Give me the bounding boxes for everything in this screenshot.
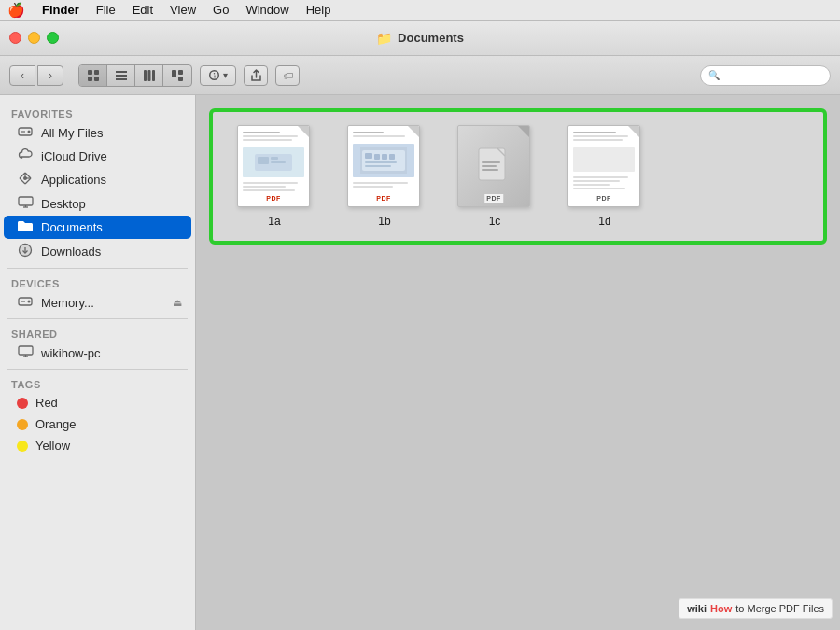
sidebar-item-label: Downloads: [41, 245, 101, 259]
sidebar-item-label: Yellow: [35, 439, 70, 453]
sidebar-item-label: Memory...: [41, 296, 94, 310]
folder-icon: 📁: [376, 31, 392, 46]
maximize-button[interactable]: [47, 32, 59, 44]
window-menu[interactable]: Window: [245, 3, 288, 17]
file-thumbnail-1b: PDF: [347, 125, 422, 209]
apple-menu[interactable]: 🍎: [7, 2, 25, 19]
folder-sidebar-icon: [17, 219, 34, 235]
svg-rect-9: [152, 70, 155, 81]
pdf-label-1c: PDF: [484, 194, 503, 203]
action-button[interactable]: ▾: [200, 65, 236, 86]
divider-devices: [7, 268, 188, 269]
title-bar: 📁 Documents: [0, 21, 840, 56]
help-menu[interactable]: Help: [306, 3, 331, 17]
view-menu[interactable]: View: [170, 3, 196, 17]
tags-label: Tags: [0, 373, 195, 392]
sidebar-item-yellow[interactable]: Yellow: [4, 435, 191, 456]
finder-window: 📁 Documents ‹ ›: [0, 21, 840, 630]
main-content: Favorites All My Files iCloud: [0, 95, 840, 630]
svg-rect-8: [147, 70, 150, 81]
menu-bar: 🍎 Finder File Edit View Go Window Help: [0, 0, 840, 21]
orange-tag-dot: [17, 419, 28, 430]
file-item-1a[interactable]: PDF 1a: [228, 125, 321, 228]
search-box[interactable]: 🔍: [700, 65, 831, 86]
back-button[interactable]: ‹: [9, 65, 35, 86]
forward-button[interactable]: ›: [37, 65, 63, 86]
devices-label: Devices: [0, 273, 195, 291]
divider-shared: [7, 318, 188, 319]
cloud-icon: [17, 148, 34, 163]
svg-rect-5: [116, 75, 127, 77]
sidebar-item-memory[interactable]: Memory... ⏏: [4, 291, 191, 315]
download-icon: [17, 243, 34, 260]
file-thumbnail-1d: PDF: [567, 125, 642, 209]
svg-rect-2: [88, 77, 92, 81]
monitor-shared-icon: [17, 345, 34, 361]
nav-buttons: ‹ ›: [9, 65, 63, 86]
sidebar-item-wikihow-pc[interactable]: wikihow-pc: [4, 342, 191, 365]
sidebar-item-label: Documents: [41, 220, 103, 234]
sidebar-item-label: iCloud Drive: [41, 149, 107, 163]
cover-flow-button[interactable]: [163, 65, 191, 86]
sidebar-item-orange[interactable]: Orange: [4, 413, 191, 435]
file-name-1c: 1c: [489, 215, 501, 228]
hdd-icon: [17, 125, 34, 141]
file-thumbnail-1a: PDF: [237, 125, 312, 209]
eject-icon[interactable]: ⏏: [173, 297, 182, 309]
file-item-1c[interactable]: PDF 1c: [448, 125, 541, 228]
column-view-button[interactable]: [135, 65, 163, 86]
svg-point-31: [28, 301, 31, 303]
search-icon: 🔍: [708, 70, 720, 80]
toolbar: ‹ ›: [0, 56, 840, 95]
go-menu[interactable]: Go: [213, 3, 229, 17]
tag-button[interactable]: 🏷: [275, 65, 300, 86]
close-button[interactable]: [9, 32, 21, 44]
svg-rect-43: [382, 154, 387, 160]
svg-rect-38: [271, 161, 286, 163]
svg-rect-6: [116, 78, 127, 80]
sidebar-item-downloads[interactable]: Downloads: [4, 239, 191, 264]
divider-tags: [7, 369, 188, 370]
window-title: 📁 Documents: [376, 31, 464, 46]
sidebar-item-applications[interactable]: Applications: [4, 167, 191, 192]
sidebar-item-desktop[interactable]: Desktop: [4, 192, 191, 216]
svg-rect-49: [482, 165, 497, 167]
edit-menu[interactable]: Edit: [133, 3, 153, 17]
yellow-tag-dot: [17, 441, 28, 452]
share-button[interactable]: [244, 65, 268, 86]
svg-rect-11: [178, 70, 183, 75]
sidebar-item-icloud-drive[interactable]: iCloud Drive: [4, 145, 191, 167]
finder-menu[interactable]: Finder: [42, 3, 79, 17]
green-selection-container: PDF 1a: [209, 108, 827, 245]
svg-point-22: [23, 176, 27, 180]
favorites-label: Favorites: [0, 103, 195, 121]
sidebar-item-label: Orange: [35, 417, 76, 431]
minimize-button[interactable]: [28, 32, 40, 44]
svg-rect-44: [389, 154, 395, 160]
window-title-text: Documents: [398, 31, 464, 45]
sidebar-item-label: Desktop: [41, 197, 86, 211]
file-menu[interactable]: File: [96, 3, 116, 17]
svg-point-15: [28, 131, 31, 133]
svg-rect-7: [144, 70, 147, 81]
hdd-device-icon: [17, 295, 34, 311]
svg-rect-32: [19, 346, 33, 355]
svg-rect-48: [482, 161, 500, 163]
sidebar-item-label: wikihow-pc: [41, 346, 101, 360]
wikihow-how: How: [710, 603, 732, 614]
sidebar-item-all-my-files[interactable]: All My Files: [4, 121, 191, 145]
sidebar-item-red[interactable]: Red: [4, 392, 191, 413]
pdf-label-1d: PDF: [595, 194, 613, 203]
icon-view-button[interactable]: [79, 65, 107, 86]
svg-rect-1: [94, 70, 99, 75]
svg-rect-36: [258, 157, 269, 164]
svg-rect-42: [374, 154, 380, 160]
list-view-button[interactable]: [107, 65, 135, 86]
svg-rect-4: [116, 71, 127, 73]
svg-rect-41: [365, 153, 372, 159]
sidebar: Favorites All My Files iCloud: [0, 95, 196, 630]
sidebar-item-documents[interactable]: Documents: [4, 216, 191, 239]
file-item-1d[interactable]: PDF 1d: [558, 125, 651, 228]
file-item-1b[interactable]: PDF 1b: [338, 125, 431, 228]
sidebar-item-label: Applications: [41, 173, 106, 187]
